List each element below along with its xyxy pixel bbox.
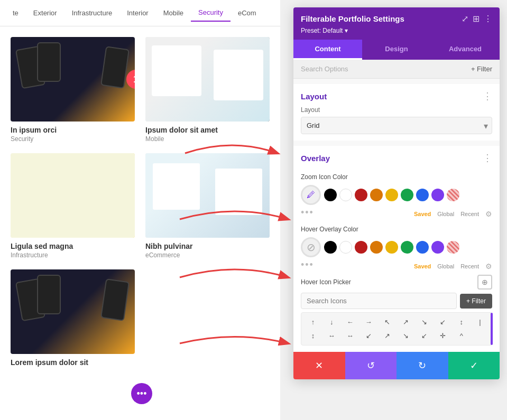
zoom-color-preview[interactable]: 🖉	[301, 185, 321, 205]
portfolio-item-5[interactable]: Lorem ipsum dolor sit	[11, 269, 135, 368]
icon-cell-diag4[interactable]: ↙	[416, 330, 433, 342]
panel-preset[interactable]: Preset: Default ▾	[301, 27, 492, 34]
icon-cell-up[interactable]: ↑	[305, 316, 321, 328]
hover-tab-global[interactable]: Global	[437, 263, 454, 269]
hover-color-preview[interactable]: ⊘	[301, 237, 321, 257]
swatch-black[interactable]	[324, 189, 337, 201]
tab-infrastructure[interactable]: Infrastructure	[64, 5, 120, 21]
expand-icon[interactable]: ⤢	[462, 14, 468, 24]
icon-cell-diag2[interactable]: ↗	[379, 330, 395, 342]
icon-cell-down[interactable]: ↓	[323, 316, 340, 328]
save-button[interactable]: ✓	[448, 352, 500, 379]
icon-cell-se[interactable]: ↘	[416, 316, 433, 328]
search-options-label: Search Options	[301, 65, 348, 73]
hover-overlay-color-label: Hover Overlay Color	[301, 226, 492, 233]
layout-section-title: Layout	[301, 92, 327, 101]
swatch-yellow[interactable]	[385, 189, 398, 201]
redo-button[interactable]: ↻	[397, 352, 448, 379]
slash-icon: ⊘	[307, 241, 316, 254]
portfolio-thumb-2	[145, 37, 270, 122]
hover-tab-recent[interactable]: Recent	[460, 263, 479, 269]
tab-design[interactable]: Design	[362, 40, 431, 60]
tab-te[interactable]: te	[5, 5, 26, 21]
icon-cell-pipe[interactable]: |	[472, 316, 488, 328]
icon-cell-nw[interactable]: ↖	[379, 316, 395, 328]
hover-color-settings-icon[interactable]: ⚙	[485, 262, 492, 270]
cancel-button[interactable]: ✕	[293, 352, 345, 379]
hover-swatch-green[interactable]	[401, 241, 413, 254]
icon-cell-diag1[interactable]: ↙	[360, 330, 377, 342]
reset-icon: ↺	[367, 360, 375, 371]
icon-filter-button[interactable]: + Filter	[460, 294, 492, 309]
hover-swatch-orange[interactable]	[370, 241, 383, 254]
layout-menu-icon[interactable]: ⋮	[483, 90, 492, 102]
redo-icon: ↻	[418, 360, 426, 371]
zoom-tab-global[interactable]: Global	[437, 211, 454, 217]
hover-swatch-white[interactable]	[339, 241, 352, 254]
icon-cell-caret[interactable]: ^	[453, 330, 470, 342]
zoom-icon-color-row: 🖉	[301, 185, 492, 205]
tab-content[interactable]: Content	[293, 40, 362, 60]
panel-title: Filterable Portfolio Settings	[301, 14, 404, 23]
swatch-red[interactable]	[355, 189, 367, 201]
icon-grid: ↑ ↓ ← → ↖ ↗ ↘ ↙ ↕ | ↕ ↔ ↔ ↙ ↗ ↘ ↙ ✛ ^	[301, 312, 492, 346]
overlay-menu-icon[interactable]: ⋮	[483, 152, 492, 164]
portfolio-item-1[interactable]: 1 In ipsum orci Security	[11, 37, 135, 143]
zoom-color-settings-icon[interactable]: ⚙	[485, 210, 492, 218]
filter-button[interactable]: + Filter	[471, 65, 492, 73]
hover-swatch-yellow[interactable]	[385, 241, 398, 254]
tab-ecom[interactable]: eCom	[231, 5, 264, 21]
tab-interior[interactable]: Interior	[119, 5, 155, 21]
swatch-white[interactable]	[339, 189, 352, 201]
reset-button[interactable]: ↺	[345, 352, 397, 379]
hover-color-tabs: Saved Global Recent ⚙	[414, 262, 492, 270]
hover-swatch-blue[interactable]	[416, 241, 429, 254]
swatch-striped[interactable]	[447, 189, 459, 201]
eyedropper-icon: 🖉	[307, 190, 315, 200]
tab-advanced[interactable]: Advanced	[431, 40, 500, 60]
save-icon: ✓	[470, 360, 478, 371]
swatch-green[interactable]	[401, 189, 413, 201]
preset-value: Default	[322, 27, 343, 34]
hover-tab-saved[interactable]: Saved	[414, 263, 431, 269]
icon-cell-diag3[interactable]: ↘	[397, 330, 414, 342]
panel-title-icons: ⤢ ⊞ ⋮	[462, 14, 492, 24]
hover-more-dots[interactable]: •••	[301, 259, 314, 270]
icon-cell-right[interactable]: →	[360, 316, 377, 328]
zoom-tab-recent[interactable]: Recent	[460, 211, 479, 217]
icon-cell-lr2[interactable]: ↔	[342, 330, 358, 342]
icon-cell-lr[interactable]: ↔	[323, 330, 340, 342]
more-icon[interactable]: ⋮	[484, 14, 492, 24]
search-options-bar: Search Options + Filter	[293, 60, 500, 79]
item-title-4: Nibh pulvinar	[145, 242, 270, 250]
panel-footer: ✕ ↺ ↻ ✓	[293, 352, 500, 379]
swatch-blue[interactable]	[416, 189, 429, 201]
portfolio-item-3[interactable]: Ligula sed magna Infrastructure	[11, 153, 135, 259]
icon-cell-left[interactable]: ←	[342, 316, 358, 328]
icon-cell-cross[interactable]: ✛	[435, 330, 451, 342]
swatch-orange[interactable]	[370, 189, 383, 201]
icon-picker-target-icon[interactable]: ⊕	[477, 275, 492, 290]
icon-search-input[interactable]	[301, 293, 457, 309]
icon-cell-updown2[interactable]: ↕	[305, 330, 321, 342]
tab-mobile[interactable]: Mobile	[156, 5, 191, 21]
tab-exterior[interactable]: Exterior	[26, 5, 64, 21]
grid-icon[interactable]: ⊞	[473, 14, 480, 24]
icon-cell-ne[interactable]: ↗	[397, 316, 414, 328]
hover-swatch-purple[interactable]	[431, 241, 444, 254]
fab-dots-button[interactable]: •••	[131, 383, 152, 404]
tab-security[interactable]: Security	[191, 4, 231, 22]
portfolio-item-2[interactable]: Ipsum dolor sit amet Mobile	[145, 37, 270, 143]
layout-select-wrapper: Grid Masonry Fullwidth ▾	[301, 117, 492, 134]
hover-swatch-striped[interactable]	[447, 241, 459, 254]
hover-swatch-black[interactable]	[324, 241, 337, 254]
hover-swatch-red[interactable]	[355, 241, 367, 254]
swatch-purple[interactable]	[431, 189, 444, 201]
icon-cell-updown[interactable]: ↕	[453, 316, 470, 328]
zoom-more-dots[interactable]: •••	[301, 207, 314, 218]
icon-cell-sw[interactable]: ↙	[435, 316, 451, 328]
zoom-tab-saved[interactable]: Saved	[414, 211, 431, 217]
layout-select[interactable]: Grid Masonry Fullwidth	[301, 117, 492, 134]
portfolio-thumb-3	[11, 153, 135, 238]
preset-label: Preset:	[301, 27, 321, 34]
